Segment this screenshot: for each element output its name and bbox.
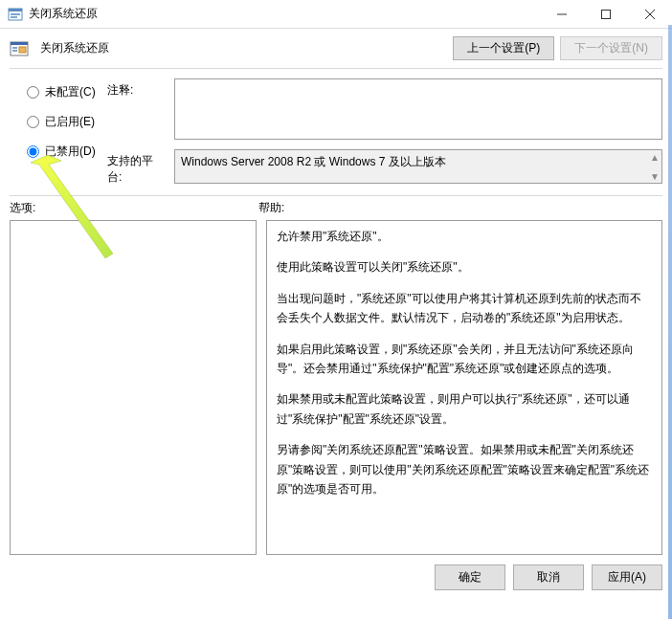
radio-disabled[interactable]: 已禁用(D) [27, 144, 96, 160]
fields: 注释: 支持的平台: Windows Server 2008 R2 或 Wind… [107, 78, 662, 186]
dialog-buttons: 确定 取消 应用(A) [0, 555, 672, 600]
panels: 允许禁用"系统还原"。使用此策略设置可以关闭"系统还原"。当出现问题时，"系统还… [0, 220, 672, 555]
svg-rect-12 [19, 47, 26, 53]
config-section: 未配置(C) 已启用(E) 已禁用(D) 注释: 支持的平台: Windows … [0, 69, 672, 195]
help-panel: 允许禁用"系统还原"。使用此策略设置可以关闭"系统还原"。当出现问题时，"系统还… [266, 220, 662, 555]
svg-rect-9 [11, 42, 28, 45]
scrollbar-edge [668, 25, 672, 619]
ok-button[interactable]: 确定 [435, 564, 505, 590]
minimize-button[interactable] [540, 0, 584, 28]
policy-title: 关闭系统还原 [40, 40, 441, 56]
scroll-up-icon: ▲ [650, 152, 660, 162]
radio-enabled[interactable]: 已启用(E) [27, 114, 96, 130]
comment-field-row: 注释: [107, 78, 662, 140]
help-paragraph: 当出现问题时，"系统还原"可以使用户将其计算机还原到先前的状态而不会丢失个人数据… [277, 289, 652, 328]
svg-rect-2 [11, 13, 20, 15]
svg-rect-10 [12, 47, 17, 49]
help-paragraph: 另请参阅"关闭系统还原配置"策略设置。如果禁用或未配置"关闭系统还原"策略设置，… [277, 440, 652, 498]
help-paragraph: 使用此策略设置可以关闭"系统还原"。 [277, 257, 652, 276]
prev-setting-button[interactable]: 上一个设置(P) [453, 36, 554, 60]
comment-label: 注释: [107, 78, 167, 99]
panels-header: 选项: 帮助: [0, 196, 672, 220]
window-title: 关闭系统还原 [29, 6, 540, 22]
apply-button[interactable]: 应用(A) [592, 564, 662, 590]
help-paragraph: 如果禁用或未配置此策略设置，则用户可以执行"系统还原"，还可以通过"系统保护"配… [277, 389, 652, 429]
radio-label: 已禁用(D) [45, 144, 96, 160]
radio-enabled-input[interactable] [27, 116, 39, 128]
radio-group: 未配置(C) 已启用(E) 已禁用(D) [10, 78, 96, 186]
cancel-button[interactable]: 取消 [513, 564, 584, 590]
help-paragraph: 允许禁用"系统还原"。 [277, 227, 652, 246]
app-icon [8, 7, 23, 22]
scroll-down-icon: ▼ [650, 171, 660, 181]
policy-icon [10, 39, 29, 58]
close-button[interactable] [628, 0, 672, 28]
platform-value: Windows Server 2008 R2 或 Windows 7 及以上版本… [174, 149, 662, 184]
window-controls [540, 0, 672, 28]
options-label: 选项: [10, 200, 258, 216]
svg-rect-11 [12, 50, 17, 52]
platform-label: 支持的平台: [107, 149, 167, 186]
radio-label: 已启用(E) [45, 114, 95, 130]
options-panel [10, 220, 257, 555]
platform-text: Windows Server 2008 R2 或 Windows 7 及以上版本 [181, 155, 446, 168]
svg-rect-3 [11, 16, 17, 18]
radio-not-configured-input[interactable] [27, 86, 39, 99]
radio-not-configured[interactable]: 未配置(C) [27, 84, 96, 100]
toolbar: 关闭系统还原 上一个设置(P) 下一个设置(N) [0, 29, 672, 68]
help-label: 帮助: [258, 200, 284, 216]
titlebar: 关闭系统还原 [0, 0, 672, 29]
maximize-button[interactable] [584, 0, 628, 28]
svg-rect-1 [9, 9, 22, 11]
next-setting-button: 下一个设置(N) [560, 36, 662, 60]
comment-input[interactable] [174, 78, 662, 140]
svg-rect-5 [602, 10, 611, 18]
platform-field-row: 支持的平台: Windows Server 2008 R2 或 Windows … [107, 149, 662, 186]
radio-label: 未配置(C) [45, 84, 96, 100]
help-paragraph: 如果启用此策略设置，则"系统还原"会关闭，并且无法访问"系统还原向导"。还会禁用… [277, 340, 652, 379]
radio-disabled-input[interactable] [27, 145, 39, 158]
